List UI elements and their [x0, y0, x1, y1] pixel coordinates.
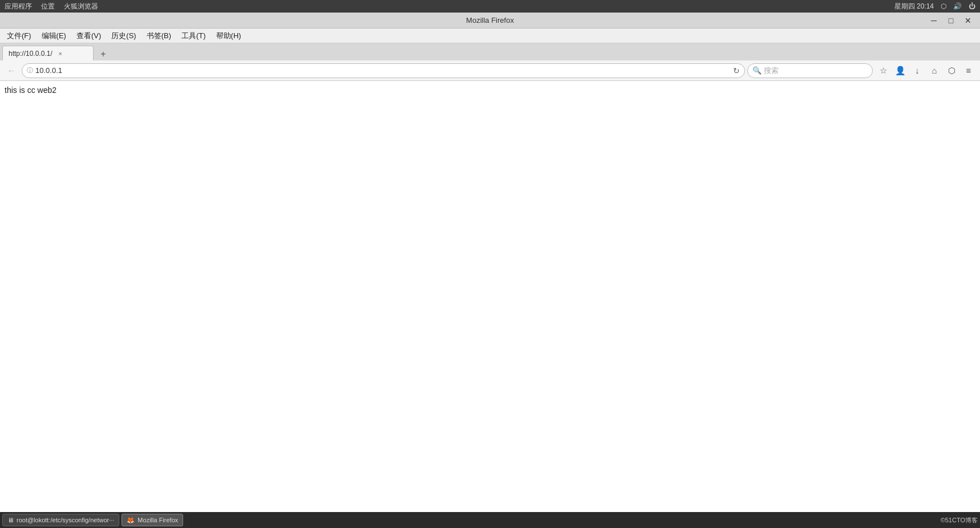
search-icon: 🔍 — [752, 66, 762, 75]
maximize-button[interactable]: □ — [942, 14, 959, 27]
menu-tools[interactable]: 工具(T) — [177, 30, 210, 42]
firefox-menu[interactable]: 火狐浏览器 — [64, 2, 98, 11]
reader-view-icon[interactable]: 👤 — [892, 63, 908, 78]
location-menu[interactable]: 位置 — [41, 2, 55, 11]
toolbar-icons: ☆ 👤 ↓ ⌂ ⬡ ≡ — [875, 63, 977, 78]
window-title: Mozilla Firefox — [466, 16, 514, 25]
volume-icon: 🔊 — [953, 2, 962, 10]
terminal-icon: 🖥 — [7, 517, 14, 523]
taskbar-left: 🖥 root@lokott:/etc/sysconfig/networ··· 🦊… — [2, 514, 183, 526]
tab-0-label: http://10.0.0.1/ — [9, 50, 52, 58]
bookmark-icon[interactable]: ☆ — [875, 63, 891, 78]
menu-history[interactable]: 历史(S) — [107, 30, 140, 42]
menu-edit[interactable]: 编辑(E) — [37, 30, 71, 42]
taskbar-firefox-label: Mozilla Firefox — [137, 517, 178, 523]
tab-0-close[interactable]: × — [56, 49, 65, 58]
download-icon[interactable]: ↓ — [909, 63, 925, 78]
taskbar-terminal-label: root@lokott:/etc/sysconfig/networ··· — [17, 517, 114, 523]
menu-bookmarks[interactable]: 书签(B) — [142, 30, 176, 42]
close-button[interactable]: ✕ — [959, 14, 977, 27]
browser-body: 文件(F) 编辑(E) 查看(V) 历史(S) 书签(B) 工具(T) 帮助(H… — [0, 29, 980, 528]
url-text: 10.0.0.1 — [35, 66, 731, 75]
taskbar-right-label: ©51CTO博客 — [941, 516, 978, 525]
pocket-icon[interactable]: ⬡ — [943, 63, 959, 78]
system-bar-right: 星期四 20:14 ⬡ 🔊 ⏻ — [894, 2, 975, 11]
network-icon: ⬡ — [941, 2, 946, 10]
url-bar[interactable]: ⓘ 10.0.0.1 ↻ — [22, 63, 745, 78]
window-controls: ─ □ ✕ — [925, 14, 977, 27]
search-bar[interactable]: 🔍 搜索 — [747, 63, 873, 78]
menu-file[interactable]: 文件(F) — [2, 30, 36, 42]
taskbar: 🖥 root@lokott:/etc/sysconfig/networ··· 🦊… — [0, 512, 980, 528]
taskbar-item-firefox[interactable]: 🦊 Mozilla Firefox — [122, 514, 183, 526]
menu-help[interactable]: 帮助(H) — [212, 30, 246, 42]
menu-bar: 文件(F) 编辑(E) 查看(V) 历史(S) 书签(B) 工具(T) 帮助(H… — [0, 29, 980, 43]
tab-bar: http://10.0.0.1/ × + — [0, 43, 980, 60]
page-text: this is cc web2 — [5, 86, 56, 95]
address-bar: ← ⓘ 10.0.0.1 ↻ 🔍 搜索 ☆ 👤 ↓ ⌂ ⬡ ≡ — [0, 60, 980, 81]
datetime-label: 星期四 20:14 — [894, 2, 934, 11]
firefox-taskbar-icon: 🦊 — [127, 517, 135, 524]
power-icon: ⏻ — [969, 2, 975, 10]
menu-view[interactable]: 查看(V) — [72, 30, 106, 42]
reload-icon[interactable]: ↻ — [733, 66, 740, 75]
taskbar-item-terminal[interactable]: 🖥 root@lokott:/etc/sysconfig/networ··· — [2, 514, 119, 526]
back-button[interactable]: ← — [3, 63, 19, 78]
hamburger-menu-icon[interactable]: ≡ — [961, 63, 977, 78]
minimize-button[interactable]: ─ — [925, 14, 942, 27]
home-icon[interactable]: ⌂ — [926, 63, 942, 78]
system-bar: 应用程序 位置 火狐浏览器 星期四 20:14 ⬡ 🔊 ⏻ — [0, 0, 980, 13]
page-content: this is cc web2 — [0, 81, 980, 528]
tab-add-button[interactable]: + — [96, 48, 111, 60]
search-placeholder: 搜索 — [764, 66, 779, 76]
title-bar: Mozilla Firefox ─ □ ✕ — [0, 13, 980, 29]
app-menu[interactable]: 应用程序 — [5, 2, 32, 11]
system-bar-left: 应用程序 位置 火狐浏览器 — [5, 2, 98, 11]
tab-0[interactable]: http://10.0.0.1/ × — [2, 46, 94, 60]
security-info-icon[interactable]: ⓘ — [27, 66, 33, 75]
